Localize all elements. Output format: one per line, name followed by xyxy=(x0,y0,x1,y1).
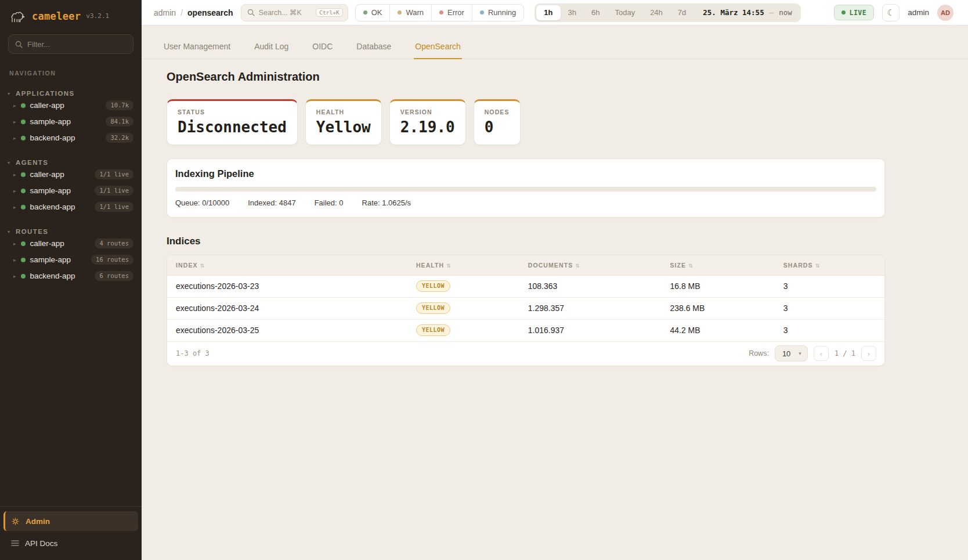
page-indicator: 1 / 1 xyxy=(835,349,855,357)
tab-audit-log[interactable]: Audit Log xyxy=(253,37,290,59)
filter-error[interactable]: Error xyxy=(431,5,472,21)
chevron-down-icon: ▾ xyxy=(8,229,10,234)
live-dot xyxy=(841,10,846,15)
username: admin xyxy=(908,8,929,17)
section-header-agents[interactable]: ▾ AGENTS xyxy=(0,159,142,166)
breadcrumb: admin / opensearch xyxy=(154,8,233,17)
table-row[interactable]: executions-2026-03-24 YELLOW 1.298.357 2… xyxy=(167,297,884,319)
index-size: 44.2 MB xyxy=(670,319,783,341)
status-filter-group: OK Warn Error Running xyxy=(355,4,525,21)
card-status: STATUS Disconnected xyxy=(167,99,298,145)
search-icon xyxy=(247,9,255,16)
tab-opensearch[interactable]: OpenSearch xyxy=(414,37,462,59)
chevron-right-icon: ▸ xyxy=(13,241,16,247)
chevron-right-icon: ▸ xyxy=(13,204,16,210)
global-search[interactable]: Search... ⌘K Ctrl+K xyxy=(241,4,348,21)
time-range-7d[interactable]: 7d xyxy=(670,5,694,20)
running-dot xyxy=(480,10,484,15)
filter-running[interactable]: Running xyxy=(472,5,523,21)
count-badge: 10.7k xyxy=(106,100,133,110)
card-version: VERSION 2.19.0 xyxy=(389,99,466,145)
sidebar-filter[interactable] xyxy=(8,34,133,54)
indices-title: Indices xyxy=(167,236,885,247)
sort-icon: ⇅ xyxy=(815,263,821,269)
section-header-applications[interactable]: ▾ APPLICATIONS xyxy=(0,90,142,97)
warn-dot xyxy=(398,10,402,15)
filter-warn[interactable]: Warn xyxy=(389,5,431,21)
sort-icon: ⇅ xyxy=(688,263,694,269)
column-header-documents[interactable]: DOCUMENTS⇅ xyxy=(528,255,670,275)
search-icon xyxy=(15,41,23,48)
nav-section-applications: ▾ APPLICATIONS ▸ caller-app 10.7k ▸ samp… xyxy=(0,90,142,146)
moon-icon: ☾ xyxy=(887,8,894,18)
sidebar-item-routes-backend-app[interactable]: ▸ backend-app 6 routes xyxy=(0,268,142,284)
sidebar-item-admin[interactable]: Admin xyxy=(3,511,138,531)
sidebar-item-api-docs[interactable]: API Docs xyxy=(3,533,138,553)
indexing-pipeline-card: Indexing Pipeline Queue: 0/10000 Indexed… xyxy=(167,158,885,218)
tab-oidc[interactable]: OIDC xyxy=(311,37,334,59)
routes-badge: 6 routes xyxy=(95,271,133,281)
column-header-shards[interactable]: SHARDS⇅ xyxy=(783,255,884,275)
status-dot xyxy=(21,103,26,108)
topbar: admin / opensearch Search... ⌘K Ctrl+K O… xyxy=(142,0,968,26)
column-header-index[interactable]: INDEX⇅ xyxy=(167,255,416,275)
nodes-value: 0 xyxy=(485,118,510,136)
breadcrumb-admin[interactable]: admin xyxy=(154,8,176,17)
tab-database[interactable]: Database xyxy=(355,37,392,59)
sidebar-item-routes-caller-app[interactable]: ▸ caller-app 4 routes xyxy=(0,236,142,251)
sidebar-item-applications-backend-app[interactable]: ▸ backend-app 32.2k xyxy=(0,130,142,146)
camel-logo-icon xyxy=(9,8,27,24)
brand-name: cameleer xyxy=(32,10,81,22)
sidebar-item-agents-caller-app[interactable]: ▸ caller-app 1/1 live xyxy=(0,167,142,182)
chevron-right-icon: ▸ xyxy=(13,135,16,141)
pipeline-stats: Queue: 0/10000 Indexed: 4847 Failed: 0 R… xyxy=(175,198,876,207)
sidebar-footer: Admin API Docs xyxy=(0,506,142,560)
tab-user-management[interactable]: User Management xyxy=(162,37,232,59)
section-header-routes[interactable]: ▾ ROUTES xyxy=(0,228,142,235)
card-health: HEALTH Yellow xyxy=(305,99,382,145)
time-range-24h[interactable]: 24h xyxy=(642,5,670,20)
version-value: 2.19.0 xyxy=(400,118,455,136)
filter-ok[interactable]: OK xyxy=(356,5,390,21)
rows-per-page-select[interactable]: 10 ▾ xyxy=(775,345,808,362)
sidebar-item-applications-caller-app[interactable]: ▸ caller-app 10.7k xyxy=(0,97,142,113)
datetime-display[interactable]: 25. März 14:55 — now xyxy=(694,8,799,17)
next-page-button[interactable]: › xyxy=(861,346,876,361)
index-name: executions-2026-03-23 xyxy=(167,275,416,297)
tabs: User Management Audit Log OIDC Database … xyxy=(142,37,968,59)
column-header-health[interactable]: HEALTH⇅ xyxy=(416,255,528,275)
table-row[interactable]: executions-2026-03-23 YELLOW 108.363 16.… xyxy=(167,275,884,297)
column-header-size[interactable]: SIZE⇅ xyxy=(670,255,783,275)
prev-page-button[interactable]: ‹ xyxy=(814,346,829,361)
pipeline-queue: Queue: 0/10000 xyxy=(175,198,229,207)
dark-mode-toggle[interactable]: ☾ xyxy=(882,4,900,21)
table-row[interactable]: executions-2026-03-25 YELLOW 1.016.937 4… xyxy=(167,319,884,341)
avatar[interactable]: AD xyxy=(937,5,953,21)
status-value: Disconnected xyxy=(178,118,287,136)
sidebar-item-applications-sample-app[interactable]: ▸ sample-app 84.1k xyxy=(0,114,142,129)
live-badge: 1/1 live xyxy=(95,202,133,212)
health-badge: YELLOW xyxy=(416,324,450,336)
index-size: 238.6 MB xyxy=(670,297,783,319)
error-dot xyxy=(439,10,443,15)
sidebar-item-routes-sample-app[interactable]: ▸ sample-app 16 routes xyxy=(0,252,142,268)
shortcut-badge: Ctrl+K xyxy=(316,8,342,17)
pipeline-progress-bar xyxy=(175,187,876,192)
sidebar-item-agents-sample-app[interactable]: ▸ sample-app 1/1 live xyxy=(0,183,142,198)
status-dot xyxy=(21,274,26,279)
sidebar-item-agents-backend-app[interactable]: ▸ backend-app 1/1 live xyxy=(0,199,142,215)
sort-icon: ⇅ xyxy=(575,263,580,269)
time-range-6h[interactable]: 6h xyxy=(584,5,607,20)
ok-dot xyxy=(363,10,367,15)
filter-input[interactable] xyxy=(27,40,127,49)
live-badge: 1/1 live xyxy=(95,169,133,179)
live-status-badge[interactable]: LIVE xyxy=(834,5,875,20)
time-range-1h[interactable]: 1h xyxy=(536,5,560,20)
chevron-down-icon: ▾ xyxy=(799,351,801,356)
status-dot xyxy=(21,205,26,209)
status-dot xyxy=(21,172,26,177)
navigation-label: NAVIGATION xyxy=(9,70,132,77)
time-range-3h[interactable]: 3h xyxy=(561,5,584,20)
chevron-right-icon: ▸ xyxy=(13,273,16,279)
time-range-today[interactable]: Today xyxy=(607,5,642,20)
